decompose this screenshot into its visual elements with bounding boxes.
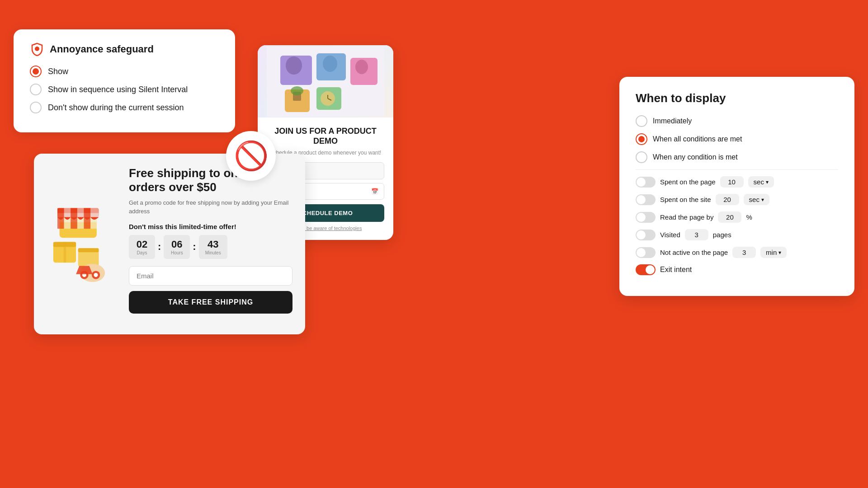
toggle-spent-page[interactable] — [636, 177, 656, 188]
take-shipping-button[interactable]: TAKE FREE SHIPPING — [129, 291, 292, 314]
countdown-timer: 02 Days : 06 Hours : 43 Minutes — [129, 235, 292, 259]
value-read-page[interactable]: 20 — [718, 211, 741, 223]
display-option-any-condition[interactable]: When any condition is met — [636, 151, 838, 163]
display-option-all-conditions[interactable]: When all conditions are met — [636, 133, 838, 145]
shield-icon — [30, 42, 44, 56]
countdown-days: 02 Days — [129, 235, 155, 259]
offer-label: Don't miss this limited-time offer! — [129, 223, 292, 230]
unit-spent-site[interactable]: sec ▾ — [744, 194, 769, 205]
display-option-immediately[interactable]: Immediately — [636, 115, 838, 127]
no-sign-overlay: 🚫 — [226, 131, 276, 181]
demo-image-area — [258, 45, 393, 117]
annoyance-option-show[interactable]: Show — [30, 66, 219, 77]
countdown-sep2: : — [193, 241, 196, 253]
condition-not-active: Not active on the page 3 min ▾ — [636, 247, 838, 258]
radio-sequence[interactable] — [30, 84, 42, 95]
svg-point-33 — [94, 273, 98, 277]
svg-point-7 — [286, 56, 302, 75]
annoyance-option-nosession[interactable]: Don't show during the current session — [30, 102, 219, 113]
chevron-down-icon2: ▾ — [761, 197, 764, 203]
radio-show[interactable] — [30, 66, 42, 77]
unit-spent-page[interactable]: sec ▾ — [748, 176, 774, 188]
radio-all-conditions[interactable] — [636, 133, 647, 145]
unit-read-page: % — [746, 213, 752, 221]
value-spent-site[interactable]: 20 — [716, 194, 739, 205]
annoyance-option-sequence[interactable]: Show in sequence using Silent Interval — [30, 84, 219, 95]
condition-exit-intent: Exit intent — [636, 264, 838, 275]
condition-spent-site: Spent on the site 20 sec ▾ — [636, 194, 838, 205]
toggle-exit-intent[interactable] — [636, 264, 656, 275]
value-spent-page[interactable]: 10 — [720, 176, 744, 188]
annoyance-title-row: Annoyance safeguard — [30, 42, 219, 56]
chevron-down-icon3: ▾ — [778, 249, 781, 256]
shipping-card: Free shipping to on all orders over $50 … — [34, 154, 305, 334]
chevron-down-icon: ▾ — [766, 179, 769, 185]
value-not-active[interactable]: 3 — [732, 247, 756, 258]
email-input[interactable] — [129, 266, 292, 286]
demo-illustration — [267, 47, 384, 117]
svg-rect-28 — [78, 248, 99, 252]
toggle-spent-site[interactable] — [636, 194, 656, 205]
radio-nosession[interactable] — [30, 102, 42, 113]
no-sign-icon: 🚫 — [234, 142, 269, 170]
shipping-subtitle: Get a promo code for free shipping now b… — [129, 199, 292, 215]
demo-title: JOIN US FOR A PRODUCT DEMO — [267, 127, 384, 146]
svg-point-0 — [35, 47, 39, 51]
toggle-visited[interactable] — [636, 230, 656, 240]
divider — [636, 169, 838, 170]
condition-visited: Visited 3 pages — [636, 229, 838, 240]
radio-immediately[interactable] — [636, 115, 647, 127]
countdown-sep1: : — [158, 241, 161, 253]
display-card-title: When to display — [636, 91, 838, 105]
svg-rect-26 — [64, 242, 66, 263]
shipping-content: Free shipping to on all orders over $50 … — [124, 154, 305, 334]
unit-visited: pages — [713, 231, 731, 239]
toggle-not-active[interactable] — [636, 247, 656, 258]
unit-not-active[interactable]: min ▾ — [760, 247, 787, 258]
value-visited[interactable]: 3 — [685, 229, 708, 240]
annoyance-title-text: Annoyance safeguard — [50, 43, 154, 55]
svg-point-11 — [291, 86, 303, 95]
svg-point-9 — [355, 60, 368, 74]
shipping-illustration — [43, 197, 115, 291]
svg-point-8 — [323, 56, 337, 72]
condition-spent-page: Spent on the page 10 sec ▾ — [636, 176, 838, 188]
countdown-hours: 06 Hours — [164, 235, 190, 259]
shipping-illustration-area — [34, 154, 124, 334]
radio-any-condition[interactable] — [636, 151, 647, 163]
when-to-display-card: When to display Immediately When all con… — [619, 77, 854, 296]
calendar-icon: 📅 — [371, 188, 378, 195]
condition-read-page: Read the page by 20 % — [636, 211, 838, 223]
countdown-minutes: 43 Minutes — [199, 235, 227, 259]
toggle-read-page[interactable] — [636, 212, 656, 223]
annoyance-card: Annoyance safeguard Show Show in sequenc… — [14, 29, 235, 132]
